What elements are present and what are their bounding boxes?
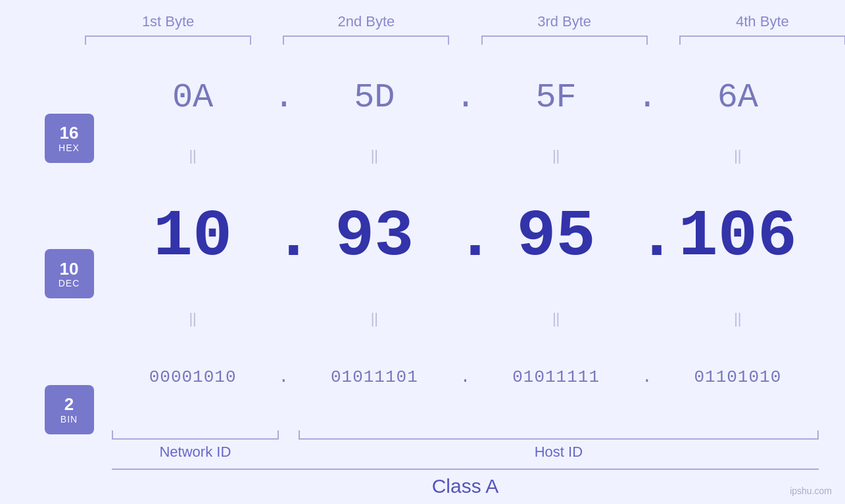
bin-b3: 01011111 [512, 367, 600, 387]
hex-number: 16 [60, 124, 79, 143]
class-section: Class A [112, 469, 819, 497]
class-line [112, 469, 819, 470]
dec-b3-cell: 95 [475, 204, 637, 270]
hex-dot3: . [637, 78, 657, 117]
bin-number: 2 [64, 395, 74, 414]
hex-b2: 5D [354, 78, 395, 117]
section-labels: Network ID Host ID [112, 444, 819, 461]
hex-b2-cell: 5D [293, 78, 455, 117]
byte-headers: 1st Byte 2nd Byte 3rd Byte 4th Byte [69, 13, 845, 35]
bin-b2-cell: 01011101 [293, 367, 455, 387]
host-id-label: Host ID [299, 444, 819, 461]
hex-b3: 5F [535, 78, 576, 117]
byte4-header: 4th Byte [664, 13, 845, 35]
hex-dot1: . [274, 78, 293, 117]
watermark: ipshu.com [790, 486, 832, 496]
host-bracket [299, 430, 819, 440]
hex-dot2: . [456, 78, 475, 117]
bin-row: 00001010 . 01011101 . 01011111 . [112, 330, 819, 424]
dec-b3: 95 [517, 200, 596, 274]
dec-b1: 10 [153, 200, 232, 274]
byte1-header: 1st Byte [69, 13, 267, 35]
dec-b2-cell: 93 [293, 204, 455, 270]
hex-b4-cell: 6A [657, 78, 819, 117]
dec-b4-cell: 106 [657, 204, 819, 270]
dec-dot2: . [456, 200, 475, 275]
network-bracket [112, 430, 279, 440]
byte3-header: 3rd Byte [466, 13, 664, 35]
class-label: Class A [112, 475, 819, 497]
hex-b1: 0A [172, 78, 213, 117]
bin-label: BIN [60, 414, 78, 424]
dec-number: 10 [60, 260, 79, 279]
bin-dot2: . [456, 367, 475, 387]
eq-row-2: || || || || [112, 308, 819, 330]
dec-b1-cell: 10 [112, 204, 274, 270]
bin-b1-cell: 00001010 [112, 367, 274, 387]
dec-badge: 10 DEC [45, 249, 94, 298]
bin-b4-cell: 01101010 [657, 367, 819, 387]
byte2-header: 2nd Byte [267, 13, 465, 35]
hex-label: HEX [59, 143, 80, 153]
hex-row: 0A . 5D . 5F . 6A [112, 51, 819, 145]
hex-b1-cell: 0A [112, 78, 274, 117]
eq-row-1: || || || || [112, 145, 819, 167]
hex-b3-cell: 5F [475, 78, 637, 117]
hex-b4: 6A [717, 78, 758, 117]
hex-badge: 16 HEX [45, 114, 94, 163]
dec-b2: 93 [335, 200, 414, 274]
dec-label: DEC [59, 278, 80, 288]
bin-b1: 00001010 [149, 367, 237, 387]
labels-column: 16 HEX 10 DEC 2 BIN [26, 51, 112, 497]
dec-row: 10 . 93 . 95 . 106 [112, 167, 819, 308]
dec-dot1: . [274, 200, 293, 275]
dec-b4: 106 [679, 200, 797, 274]
network-id-label: Network ID [112, 444, 279, 461]
main-grid: 16 HEX 10 DEC 2 BIN 0A . [26, 51, 819, 497]
data-area: 0A . 5D . 5F . 6A [112, 51, 819, 497]
bin-badge: 2 BIN [45, 385, 94, 434]
bin-dot3: . [637, 367, 657, 387]
main-container: 1st Byte 2nd Byte 3rd Byte 4th Byte 16 H… [0, 0, 845, 504]
bin-dot1: . [274, 367, 293, 387]
bin-b2: 01011101 [331, 367, 418, 387]
bin-b4: 01101010 [694, 367, 781, 387]
dec-dot3: . [637, 200, 657, 275]
bin-b3-cell: 01011111 [475, 367, 637, 387]
